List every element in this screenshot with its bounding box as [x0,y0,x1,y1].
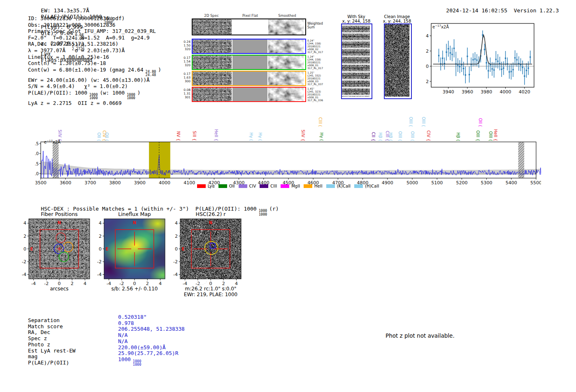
match-table-row: Separation0.520318" [28,314,185,320]
match-field-value: N/A [118,332,128,339]
spec2d-row [192,87,306,102]
spec2d-smoothed-texture [268,72,304,85]
x-tick-label: 5500 [530,180,541,186]
info-cont-w-close: ) [158,67,161,73]
flux-unit-exp: −17 [435,24,441,28]
hscdex-band: (r) [269,206,279,212]
legend-label: HeII [314,184,323,188]
x-tick-label: 4000 [159,180,170,186]
match-field-label: Separation [28,318,118,324]
spec2d-trace-stripes [193,39,232,53]
legend-label: CIII [270,184,277,188]
spec2d-cell-pixelflat [232,88,267,101]
legend-label: (K)CaII [337,184,351,188]
spectral-line-marker-layer: SiIV {OII (CIV {OII (NV {SiII {HeII {Hγ … [35,106,541,141]
with-sky-coords: x, y: 244, 158 [337,19,375,23]
spec2d-cell-2dspec [193,72,232,85]
spec2d-smoothed-texture [268,88,304,101]
x-tick-label: 5200 [456,180,467,186]
legend-swatch [304,184,312,188]
y-tick-label: 0 [426,64,429,69]
x-tick-label: 3960 [462,89,473,95]
x-tick-label: 5100 [431,180,443,186]
spec2d-row [192,71,306,86]
match-field-label: Est LyA rest-EW [28,348,118,354]
data-point [488,70,489,72]
y-tick-label: 5.0 [35,151,39,156]
spec2d-right-label: Weighted [307,22,329,26]
spec2d-right-label: 317_RL_017 [307,51,329,54]
frac-bottom: 1000 [259,213,267,216]
spec2d-cell-2dspec [193,56,232,69]
spec2d-col-header: 2D Spec [193,14,230,18]
data-point [467,56,468,57]
y-tick-label: -2 [173,259,178,264]
y-tick-label: 4 [175,220,178,226]
data-point [526,70,527,71]
spec2d-left-label: 1.63 [181,76,190,79]
legend-item: (H)CaII [354,184,379,188]
match-field-label: Spec z [28,336,118,342]
catalog-match-table: Separation0.520318"Match score0.978RA, D… [28,314,185,366]
y-tick-label: 7.5 [35,141,39,146]
data-point [522,67,523,68]
data-point [501,69,502,70]
clean-image-title: Clean Image [381,14,413,19]
spec2d-smoothed-texture [268,19,304,35]
x-tick-label: 5300 [481,180,492,186]
y-tick-label: -4 [22,272,26,277]
spec2d-left-label: 0.17 [181,56,190,60]
y-tick-label: 0 [175,246,178,252]
cutout-title: HSC(26.2) r [174,211,248,217]
spec2d-row [192,19,306,35]
spec2d-cell-smoothed [268,88,304,101]
ew-value: EW: 134.3±35.7Å [41,7,89,14]
y-tick-label: -4 [97,272,102,277]
legend-swatch [197,184,206,188]
spec2d-cell-2dspec [193,39,232,53]
data-point [446,51,447,53]
info-cont-w: Cont(w) = 6.80(±1.00)e-19 (gmag 24.6424.… [28,67,161,77]
match-field-value: 0.520318" [118,314,146,320]
legend-label: MgII [291,184,300,188]
info-lya-oii-z: LyA z = 2.2715 OII z = 0.0669 [28,100,161,107]
hscdex-fraction: 10001000 [259,209,267,216]
spec2d-row-left-labels: 0.241.50320 [181,40,190,51]
info-primary-spec: Primary Spec_Slot_IFU_AMP: 317_022_039_R… [28,28,161,35]
legend-item: MgII [281,184,300,188]
x-tick-label: 3900 [134,180,146,186]
legend-item: OII [218,184,235,188]
match-field-label: P(LAE)/P(OII) [28,360,118,370]
data-point [528,67,529,69]
spec2d-cell-smoothed [268,19,304,35]
spec2d-left-label: 1.31 [181,92,190,95]
legend-item: Lyα [197,184,215,188]
x-tick-label: 3800 [109,180,121,186]
spec2d-cell-2dspec [193,19,232,35]
spec2d-cell-pixelflat [232,72,267,85]
data-point [453,48,455,49]
y-tick-label: 4 [99,220,102,226]
data-point [530,56,531,58]
plae-fraction-2: 10001000 [127,93,135,100]
y-tick-label: -4 [173,272,178,277]
y-tick-label: 4 [426,33,429,39]
y-tick-label: 0.0 [35,172,39,176]
data-point [442,58,443,59]
match-field-value: N/A [118,339,128,345]
spec2d-grid: 2D SpecPixel FlatSmoothedWeightedSum0.24… [181,14,329,104]
spec2d-row-left-labels: 0.171.54320 [181,56,190,67]
spec2d-smoothed-texture [268,56,304,69]
spec2d-cell-smoothed [268,39,304,53]
info-plae-close: ) [137,90,141,96]
full-spectrum-chart: 0.02.55.07.53500360037003800390040004100… [35,139,541,188]
data-point [474,58,476,60]
spec2d-row-right-labels: 1.24"(244, 158)20180221v008_01317_RL_017 [307,56,329,70]
match-value-text: 1000 [118,356,131,362]
clean-image-coords: x, y: 244, 158 [381,19,413,23]
gmag-fraction: 24.8024.48 [146,70,156,77]
legend-label: CIV [249,184,256,188]
plae-fraction-1: 10001000 [89,93,98,100]
spectral-line-marker: OIII ( [409,117,413,127]
clean-image-panel: Clean Image x, y: 244, 158 [381,14,422,99]
